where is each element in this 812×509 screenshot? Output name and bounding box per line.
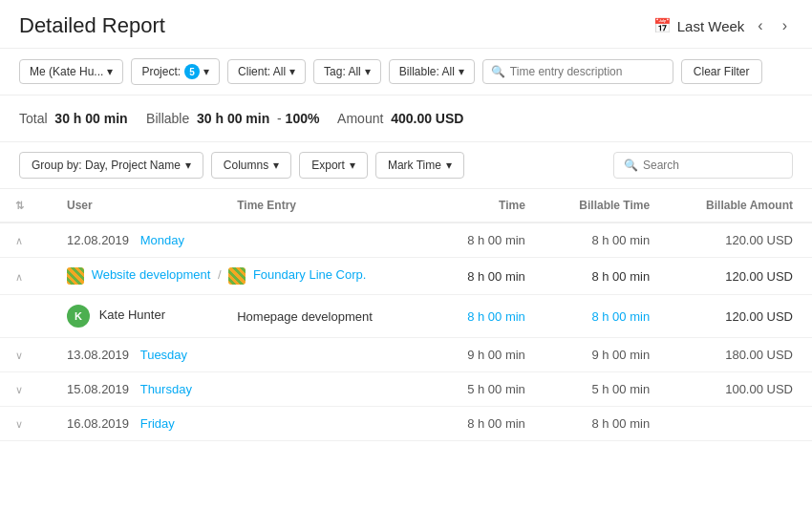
page-title: Detailed Report — [19, 13, 165, 38]
amount-value: 400.00 USD — [391, 111, 463, 126]
group-time: 5 h 00 min — [435, 372, 545, 407]
group-time: 9 h 00 min — [435, 338, 545, 372]
user-filter-chevron: ▾ — [107, 65, 113, 78]
user-filter-label: Me (Kate Hu... — [30, 65, 103, 78]
row-billable-amount-cell: 120.00 USD — [669, 295, 812, 338]
row-billable-time-link[interactable]: 8 h 00 min — [591, 309, 650, 324]
time-entry-desc: Homepage development — [237, 309, 373, 324]
tag-filter-chevron: ▾ — [365, 65, 371, 78]
time-entry-col-header: Time Entry — [218, 189, 434, 223]
export-button[interactable]: Export ▾ — [299, 152, 368, 179]
app-container: Detailed Report 📅 Last Week ‹ › Me (Kate… — [0, 0, 812, 509]
description-search-input[interactable] — [510, 65, 665, 78]
group-by-chevron: ▾ — [185, 159, 191, 172]
project-icon — [67, 267, 84, 285]
project-filter-button[interactable]: Project: 5 ▾ — [131, 58, 220, 85]
amount-label: Amount — [337, 111, 383, 126]
table-search-input[interactable] — [643, 159, 782, 172]
subgroup-chevron[interactable]: ∧ — [15, 271, 23, 283]
next-week-button[interactable]: › — [777, 13, 793, 38]
group-billable-amount: 120.00 USD — [669, 223, 812, 258]
total-value: 30 h 00 min — [54, 111, 127, 126]
avatar: K — [67, 305, 90, 328]
group-time: 8 h 00 min — [435, 407, 545, 441]
group-chevron[interactable]: ∨ — [15, 384, 23, 395]
group-expand-cell[interactable]: ∨ — [0, 407, 48, 441]
search-icon: 🔍 — [624, 159, 638, 172]
prev-week-button[interactable]: ‹ — [752, 13, 768, 38]
user-col-header: User — [48, 189, 218, 223]
mark-time-chevron: ▾ — [446, 159, 452, 172]
toolbar: Group by: Day, Project Name ▾ Columns ▾ … — [0, 142, 812, 189]
table-subgroup-row: ∧ Website development / Foundary Line Co… — [0, 258, 812, 295]
group-by-button[interactable]: Group by: Day, Project Name ▾ — [19, 152, 203, 179]
table-group-row: ∧ 12.08.2019 Monday 8 h 00 min 8 h 00 mi… — [0, 223, 812, 258]
group-date: 15.08.2019 — [67, 382, 129, 396]
group-date-cell: 15.08.2019 Thursday — [48, 372, 435, 407]
columns-button[interactable]: Columns ▾ — [211, 152, 291, 179]
project-filter-label: Project: — [141, 65, 181, 78]
tag-filter-label: Tag: All — [324, 65, 361, 78]
tag-filter-button[interactable]: Tag: All ▾ — [313, 59, 381, 84]
group-expand-cell[interactable]: ∧ — [0, 223, 48, 258]
export-label: Export — [311, 159, 345, 172]
date-range-button[interactable]: 📅 Last Week — [653, 17, 745, 34]
subgroup-expand-cell[interactable]: ∧ — [0, 258, 48, 295]
billable-time-col-header: Billable Time — [545, 189, 669, 223]
group-date-cell: 16.08.2019 Friday — [48, 407, 435, 441]
group-billable-time: 9 h 00 min — [545, 338, 669, 372]
group-billable-time: 8 h 00 min — [545, 407, 669, 441]
group-billable-time: 8 h 00 min — [545, 223, 669, 258]
billable-value: 30 h 00 min — [197, 111, 269, 126]
row-time-link[interactable]: 8 h 00 min — [467, 309, 525, 324]
sort-col-header[interactable]: ⇅ — [0, 189, 48, 223]
group-billable-amount: 100.00 USD — [669, 372, 812, 407]
user-name: Kate Hunter — [99, 308, 165, 322]
project-name-link[interactable]: Website development — [92, 267, 211, 282]
row-billable-time-cell: 8 h 00 min — [545, 295, 669, 338]
group-date: 12.08.2019 — [67, 233, 129, 247]
subgroup-time: 8 h 00 min — [435, 258, 545, 295]
user-filter-button[interactable]: Me (Kate Hu... ▾ — [19, 59, 123, 84]
billable-filter-chevron: ▾ — [459, 65, 464, 78]
billable-filter-button[interactable]: Billable: All ▾ — [389, 59, 475, 84]
group-by-label: Group by: Day, Project Name — [32, 159, 181, 172]
group-day: Thursday — [140, 382, 192, 396]
total-label: Total — [19, 111, 48, 126]
table-group-row: ∨ 13.08.2019 Tuesday 9 h 00 min 9 h 00 m… — [0, 338, 812, 372]
sort-icon: ⇅ — [15, 200, 24, 211]
subgroup-project-cell: Website development / Foundary Line Corp… — [48, 258, 435, 295]
client-icon — [228, 267, 246, 285]
table-group-row: ∨ 16.08.2019 Friday 8 h 00 min 8 h 00 mi… — [0, 407, 812, 441]
group-chevron[interactable]: ∨ — [15, 350, 23, 361]
table-group-row: ∨ 15.08.2019 Thursday 5 h 00 min 5 h 00 … — [0, 372, 812, 407]
table-search: 🔍 — [613, 152, 793, 179]
row-time-cell[interactable]: 8 h 00 min — [435, 295, 545, 338]
project-filter-chevron: ▾ — [203, 65, 209, 78]
group-billable-time: 5 h 00 min — [545, 372, 669, 407]
billable-label: Billable — [146, 111, 189, 126]
header: Detailed Report 📅 Last Week ‹ › — [0, 0, 812, 49]
group-billable-amount: 180.00 USD — [669, 338, 812, 372]
billable-pct: 100% — [286, 111, 320, 126]
group-date-cell: 12.08.2019 Monday — [48, 223, 435, 258]
group-time: 8 h 00 min — [435, 223, 545, 258]
client-filter-button[interactable]: Client: All ▾ — [227, 59, 306, 84]
report-table: ⇅ User Time Entry Time Billable Time Bil… — [0, 189, 812, 441]
calendar-icon: 📅 — [653, 17, 672, 34]
group-day: Friday — [140, 416, 175, 431]
clear-filter-button[interactable]: Clear Filter — [681, 59, 762, 84]
group-chevron[interactable]: ∨ — [15, 418, 23, 430]
group-date: 16.08.2019 — [67, 416, 129, 431]
group-expand-cell[interactable]: ∨ — [0, 372, 48, 407]
summary-bar: Total 30 h 00 min Billable 30 h 00 min -… — [0, 95, 812, 142]
client-filter-label: Client: All — [238, 65, 286, 78]
group-chevron[interactable]: ∧ — [15, 235, 23, 246]
group-expand-cell[interactable]: ∨ — [0, 338, 48, 372]
date-range-label: Last Week — [677, 18, 745, 34]
mark-time-button[interactable]: Mark Time ▾ — [375, 152, 464, 179]
group-day: Tuesday — [140, 348, 187, 362]
project-filter-badge: 5 — [184, 64, 200, 79]
client-name-link[interactable]: Foundary Line Corp. — [253, 267, 367, 282]
client-filter-chevron: ▾ — [289, 65, 295, 78]
